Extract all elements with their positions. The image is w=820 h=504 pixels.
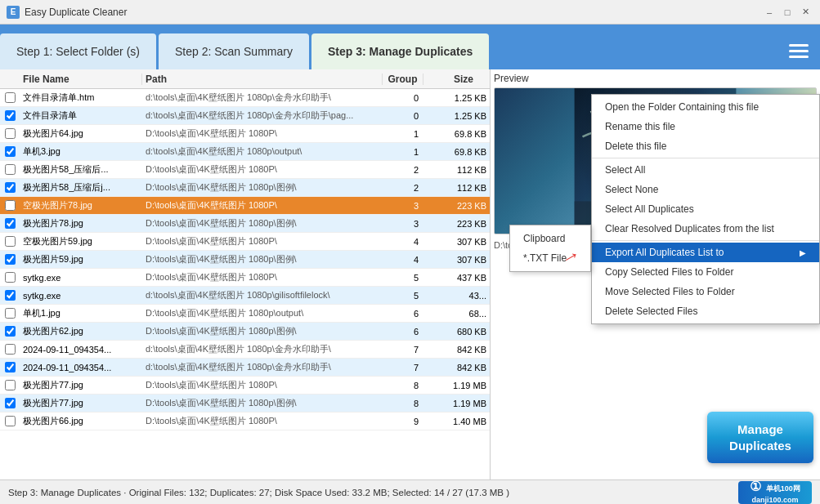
close-button[interactable]: ✕ <box>797 5 813 20</box>
row-path: D:\tools\桌面\4K壁纸图片 1080p\图例\ <box>142 217 396 230</box>
row-size: 69.8 KB <box>437 129 490 139</box>
tab-scan-summary[interactable]: Step 2: Scan Summary <box>159 33 309 69</box>
ctx-export-all-label: Export All Duplicates List to <box>605 247 724 258</box>
minimize-button[interactable]: – <box>761 5 777 20</box>
ctx-select-none[interactable]: Select None <box>592 180 819 199</box>
row-path: D:\tools\桌面\4K壁纸图片 1080P\ <box>142 127 396 140</box>
table-row[interactable]: 文件目录清单.htmd:\tools\桌面\4K壁纸图片 1080p\金舟水印助… <box>0 89 490 107</box>
row-checkbox[interactable] <box>5 92 16 103</box>
ctx-rename-file[interactable]: Rename this file <box>592 117 819 136</box>
table-header: File Name Path Group Size <box>0 69 490 89</box>
row-group: 1 <box>396 129 437 139</box>
table-body[interactable]: 文件目录清单.htmd:\tools\桌面\4K壁纸图片 1080p\金舟水印助… <box>0 89 490 479</box>
row-filename: sytkg.exe <box>20 273 142 283</box>
row-checkbox-cell <box>0 236 20 247</box>
table-row[interactable]: 空极光图片59.jpgD:\tools\桌面\4K壁纸图片 1080P\4307… <box>0 233 490 251</box>
table-row[interactable]: 2024-09-11_094354...d:\tools\桌面\4K壁纸图片 1… <box>0 359 490 377</box>
maximize-button[interactable]: □ <box>779 5 795 20</box>
ctx-open-folder[interactable]: Open the Folder Containing this file <box>592 97 819 117</box>
ctx-copy-selected[interactable]: Copy Selected Files to Folder <box>592 262 819 282</box>
row-checkbox-cell <box>0 218 20 229</box>
table-row[interactable]: 极光图片66.jpgD:\tools\桌面\4K壁纸图片 1080P\91.40… <box>0 413 490 430</box>
row-size: 1.25 KB <box>437 93 490 103</box>
row-checkbox[interactable] <box>5 416 16 426</box>
ctx-delete-file[interactable]: Delete this file <box>592 136 819 156</box>
table-row[interactable]: 单机1.jpgD:\tools\桌面\4K壁纸图片 1080p\output\6… <box>0 305 490 323</box>
row-group: 3 <box>396 201 437 211</box>
row-size: 842 KB <box>437 345 490 355</box>
row-checkbox[interactable] <box>5 326 16 337</box>
row-size: 112 KB <box>437 183 490 193</box>
table-row[interactable]: sytkg.exed:\tools\桌面\4K壁纸图片 1080p\giliso… <box>0 287 490 305</box>
table-row[interactable]: 极光图片58_压缩后...D:\tools\桌面\4K壁纸图片 1080P\21… <box>0 161 490 179</box>
ctx-move-selected[interactable]: Move Selected Files to Folder <box>592 282 819 301</box>
table-row[interactable]: 单机3.jpgd:\tools\桌面\4K壁纸图片 1080p\output\1… <box>0 143 490 161</box>
row-checkbox[interactable] <box>5 164 16 175</box>
table-row[interactable]: 文件目录清单d:\tools\桌面\4K壁纸图片 1080p\金舟水印助手\pa… <box>0 107 490 125</box>
ctx-delete-selected[interactable]: Delete Selected Files <box>592 301 819 321</box>
row-checkbox-cell <box>0 182 20 193</box>
row-group: 8 <box>396 399 437 408</box>
row-size: 223 KB <box>437 201 490 211</box>
row-checkbox[interactable] <box>5 128 16 139</box>
row-checkbox[interactable] <box>5 110 16 121</box>
row-checkbox[interactable] <box>5 380 16 390</box>
tab-manage-duplicates[interactable]: Step 3: Manage Duplicates <box>311 33 489 69</box>
row-path: D:\tools\桌面\4K壁纸图片 1080P\ <box>142 379 396 391</box>
table-row[interactable]: 极光图片77.jpgD:\tools\桌面\4K壁纸图片 1080p\图例\81… <box>0 395 490 413</box>
row-checkbox-cell <box>0 164 20 175</box>
manage-duplicates-button[interactable]: ManageDuplicates <box>707 412 813 463</box>
row-checkbox[interactable] <box>5 290 16 301</box>
table-row[interactable]: 2024-09-11_094354...d:\tools\桌面\4K壁纸图片 1… <box>0 341 490 359</box>
row-checkbox[interactable] <box>5 398 16 408</box>
row-size: 223 KB <box>437 219 490 229</box>
row-group: 7 <box>396 345 437 355</box>
row-group: 7 <box>396 363 437 372</box>
tab-select-folder[interactable]: Step 1: Select Folder (s) <box>0 33 156 69</box>
table-row[interactable]: sytkg.exeD:\tools\桌面\4K壁纸图片 1080P\5437 K… <box>0 269 490 287</box>
row-path: d:\tools\桌面\4K壁纸图片 1080p\金舟水印助手\ <box>142 343 396 355</box>
table-row[interactable]: 极光图片77.jpgD:\tools\桌面\4K壁纸图片 1080P\81.19… <box>0 377 490 395</box>
row-path: D:\tools\桌面\4K壁纸图片 1080p\output\ <box>142 307 396 319</box>
hamburger-menu-button[interactable] <box>784 38 813 63</box>
row-checkbox[interactable] <box>5 236 16 247</box>
row-group: 1 <box>396 147 437 157</box>
row-checkbox[interactable] <box>5 182 16 193</box>
ctx-export-all[interactable]: Export All Duplicates List to ▶ <box>592 243 819 262</box>
table-row[interactable]: 极光图片58_压缩后j...D:\tools\桌面\4K壁纸图片 1080p\图… <box>0 179 490 197</box>
row-checkbox[interactable] <box>5 218 16 229</box>
row-checkbox-cell <box>0 146 20 157</box>
row-filename: 单机1.jpg <box>20 307 142 319</box>
row-path: D:\tools\桌面\4K壁纸图片 1080P\ <box>142 415 396 427</box>
row-checkbox-cell <box>0 308 20 319</box>
row-size: 43... <box>437 291 490 301</box>
ctx-select-all-duplicates[interactable]: Select All Duplicates <box>592 199 819 219</box>
table-row[interactable]: 极光图片62.jpgD:\tools\桌面\4K壁纸图片 1080p\图例\66… <box>0 323 490 341</box>
ctx-separator-1 <box>592 158 819 158</box>
table-row[interactable]: 空极光图片78.jpgD:\tools\桌面\4K壁纸图片 1080P\3223… <box>0 197 490 215</box>
table-row[interactable]: 极光图片64.jpgD:\tools\桌面\4K壁纸图片 1080P\169.8… <box>0 125 490 143</box>
ctx-clear-resolved[interactable]: Clear Resolved Duplicates from the list <box>592 219 819 239</box>
header-filename: File Name <box>20 74 142 85</box>
row-checkbox[interactable] <box>5 272 16 283</box>
row-size: 1.25 KB <box>437 111 490 121</box>
row-size: 1.19 MB <box>437 381 490 390</box>
row-checkbox[interactable] <box>5 344 16 355</box>
row-checkbox[interactable] <box>5 146 16 157</box>
row-group: 9 <box>396 417 437 426</box>
row-checkbox[interactable] <box>5 200 16 211</box>
preview-label: Preview <box>494 73 817 84</box>
table-row[interactable]: 极光图片59.jpgD:\tools\桌面\4K壁纸图片 1080p\图例\43… <box>0 251 490 269</box>
row-checkbox-cell <box>0 200 20 211</box>
ctx-select-all[interactable]: Select All <box>592 160 819 180</box>
clipboard-option[interactable]: Clipboard <box>510 229 590 248</box>
row-checkbox[interactable] <box>5 308 16 319</box>
row-path: d:\tools\桌面\4K壁纸图片 1080p\gilisoftfileloc… <box>142 289 396 301</box>
row-filename: 2024-09-11_094354... <box>20 363 142 372</box>
table-row[interactable]: 极光图片78.jpgD:\tools\桌面\4K壁纸图片 1080p\图例\32… <box>0 215 490 233</box>
row-checkbox[interactable] <box>5 254 16 265</box>
row-group: 6 <box>396 309 437 319</box>
row-path: D:\tools\桌面\4K壁纸图片 1080P\ <box>142 199 396 212</box>
row-checkbox[interactable] <box>5 362 16 372</box>
hamburger-line-1 <box>789 44 809 47</box>
